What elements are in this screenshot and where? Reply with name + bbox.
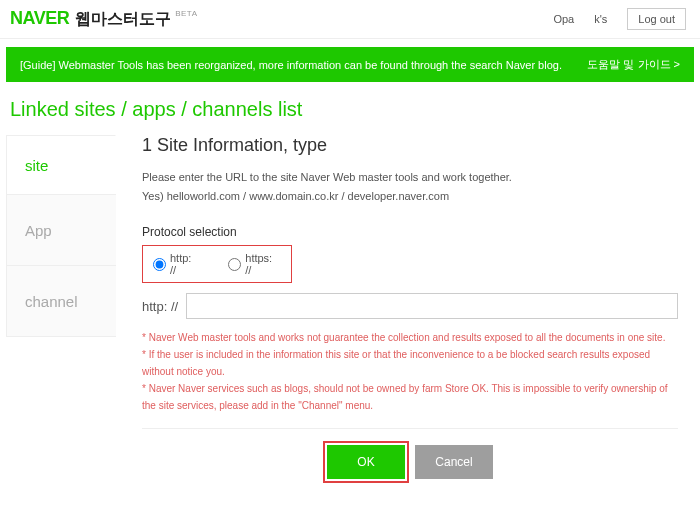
warning-list: * Naver Web master tools and works not g… — [142, 329, 678, 429]
sidebar-item-channel[interactable]: channel — [6, 265, 116, 337]
main-panel: 1 Site Information, type Please enter th… — [116, 135, 700, 489]
radio-http-label: http: // — [170, 252, 200, 276]
radio-https[interactable]: https: // — [228, 252, 281, 276]
warning-2: * If the user is included in the informa… — [142, 346, 678, 380]
url-row: http: // — [142, 293, 678, 319]
page-title: Linked sites / apps / channels list — [0, 94, 700, 135]
help-guide-link[interactable]: 도움말 및 가이드 > — [587, 57, 680, 72]
notice-bar: [Guide] Webmaster Tools has been reorgan… — [6, 47, 694, 82]
radio-https-label: https: // — [245, 252, 281, 276]
header-link-1[interactable]: Opa — [553, 13, 574, 25]
radio-http[interactable]: http: // — [153, 252, 200, 276]
protocol-label: Protocol selection — [142, 225, 678, 239]
header-right: Opa k's Log out — [553, 8, 686, 30]
cancel-button[interactable]: Cancel — [415, 445, 493, 479]
warning-1: * Naver Web master tools and works not g… — [142, 329, 678, 346]
protocol-radio-group: http: // https: // — [142, 245, 292, 283]
radio-http-input[interactable] — [153, 258, 166, 271]
sidebar-item-site[interactable]: site — [6, 135, 116, 195]
section-heading: 1 Site Information, type — [142, 135, 678, 156]
button-row: OK Cancel — [142, 445, 678, 479]
desc-line-2: Yes) helloworld.com / www.domain.co.kr /… — [142, 187, 678, 206]
desc-line-1: Please enter the URL to the site Naver W… — [142, 168, 678, 187]
url-input[interactable] — [186, 293, 678, 319]
logo-group: NAVER 웹마스터도구 BETA — [10, 8, 200, 30]
beta-badge: BETA — [175, 9, 197, 18]
url-prefix: http: // — [142, 299, 178, 314]
notice-text[interactable]: [Guide] Webmaster Tools has been reorgan… — [20, 59, 562, 71]
radio-https-input[interactable] — [228, 258, 241, 271]
sidebar-item-app[interactable]: App — [6, 194, 116, 266]
logo-subtitle: 웹마스터도구 — [75, 9, 171, 30]
warning-3: * Naver Naver services such as blogs, sh… — [142, 380, 678, 414]
logo[interactable]: NAVER — [10, 8, 69, 29]
logout-button[interactable]: Log out — [627, 8, 686, 30]
header-link-2[interactable]: k's — [594, 13, 607, 25]
header: NAVER 웹마스터도구 BETA Opa k's Log out — [0, 0, 700, 39]
section-description: Please enter the URL to the site Naver W… — [142, 168, 678, 205]
ok-button[interactable]: OK — [327, 445, 405, 479]
sidebar: site App channel — [6, 135, 116, 489]
content: site App channel 1 Site Information, typ… — [0, 135, 700, 489]
